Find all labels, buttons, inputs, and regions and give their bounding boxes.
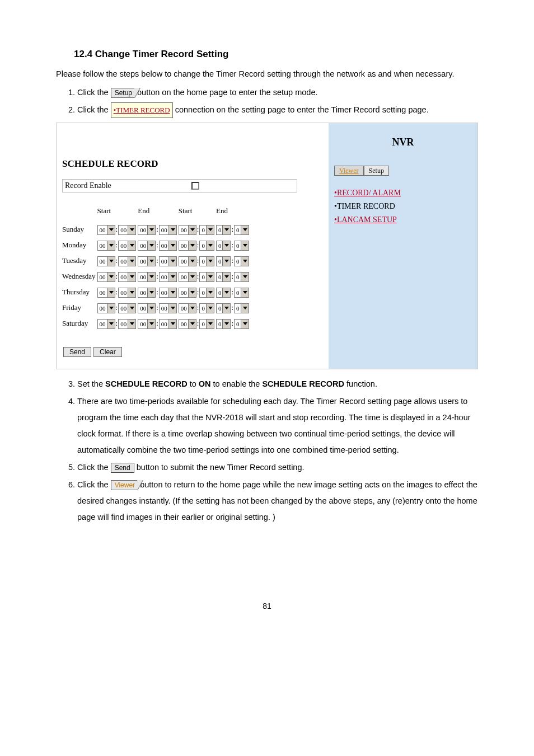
time-select[interactable]: 00 (159, 319, 177, 329)
time-select[interactable]: 00 (159, 225, 177, 235)
clear-button[interactable]: Clear (93, 347, 122, 357)
time-select[interactable]: 0 (199, 241, 214, 251)
time-select[interactable]: 00 (138, 272, 156, 282)
chevron-down-icon (147, 241, 155, 250)
step-4: There are two time-periods available for… (77, 393, 478, 458)
time-select[interactable]: 00 (159, 303, 177, 313)
time-select[interactable]: 00 (179, 303, 196, 313)
day-label: Monday (62, 237, 97, 253)
time-select[interactable]: 00 (179, 225, 196, 235)
time-select[interactable]: 0 (199, 303, 214, 313)
chevron-down-icon (147, 226, 155, 234)
time-select[interactable]: 00 (179, 272, 196, 282)
step-2: Click the •TIMER RECORD connection on th… (77, 102, 478, 118)
time-select[interactable]: 0 (216, 288, 231, 298)
time-select[interactable]: 00 (159, 288, 177, 298)
time-select[interactable]: 00 (138, 241, 156, 251)
time-select[interactable]: 0 (216, 319, 231, 329)
time-select[interactable]: 00 (138, 319, 156, 329)
chevron-down-icon (206, 304, 214, 313)
chevron-down-icon (222, 320, 230, 328)
time-select[interactable]: 0 (234, 288, 249, 298)
time-select[interactable]: 00 (118, 241, 136, 251)
link-record-alarm[interactable]: •RECORD/ ALARM (334, 186, 472, 200)
time-select[interactable]: 0 (216, 241, 231, 251)
chevron-down-icon (206, 320, 214, 328)
time-select[interactable]: 00 (97, 303, 115, 313)
chevron-down-icon (147, 320, 155, 328)
chevron-down-icon (128, 288, 135, 297)
time-select[interactable]: 0 (199, 272, 214, 282)
time-select[interactable]: 0 (234, 256, 249, 266)
step3-f: SCHEDULE RECORD (262, 379, 344, 388)
time-select[interactable]: 00 (138, 256, 156, 266)
time-select[interactable]: 0 (199, 225, 214, 235)
time-select[interactable]: 0 (234, 241, 249, 251)
nvr-title: NVR (334, 132, 472, 152)
time-select[interactable]: 00 (118, 303, 136, 313)
time-select[interactable]: 00 (118, 272, 136, 282)
time-select[interactable]: 00 (159, 272, 177, 282)
record-enable-checkbox[interactable] (191, 182, 199, 190)
time-select[interactable]: 00 (97, 225, 115, 235)
table-row: Saturday00:0000:0000:00:0 (62, 316, 251, 331)
side-links: •RECORD/ ALARM •TIMER RECORD •LANCAM SET… (334, 186, 472, 226)
send-button[interactable]: Send (63, 347, 91, 357)
day-label: Tuesday (62, 253, 97, 269)
chevron-down-icon (241, 320, 249, 328)
time-select[interactable]: 00 (97, 272, 115, 282)
day-label: Friday (62, 300, 97, 316)
chevron-down-icon (107, 257, 115, 266)
tab-viewer[interactable]: Viewer (334, 166, 364, 176)
chevron-down-icon (128, 273, 135, 281)
time-select[interactable]: 0 (216, 256, 231, 266)
time-select[interactable]: 00 (118, 319, 136, 329)
link-lancam-setup[interactable]: •LANCAM SETUP (334, 213, 472, 227)
time-select[interactable]: 00 (97, 256, 115, 266)
col-start-1: Start (97, 204, 138, 222)
time-select[interactable]: 00 (97, 241, 115, 251)
time-select[interactable]: 0 (216, 272, 231, 282)
time-select[interactable]: 00 (179, 241, 196, 251)
time-select[interactable]: 0 (234, 225, 249, 235)
col-end-1: End (138, 204, 179, 222)
time-select[interactable]: 00 (118, 288, 136, 298)
chevron-down-icon (147, 273, 155, 281)
time-select[interactable]: 0 (199, 288, 214, 298)
step5-b: button to submit the new Timer Record se… (137, 463, 305, 472)
time-select[interactable]: 00 (118, 256, 136, 266)
chevron-down-icon (168, 257, 176, 266)
time-select[interactable]: 00 (179, 288, 196, 298)
chevron-down-icon (168, 226, 176, 234)
time-select[interactable]: 00 (138, 288, 156, 298)
time-select[interactable]: 00 (138, 225, 156, 235)
time-select[interactable]: 00 (159, 256, 177, 266)
chevron-down-icon (147, 257, 155, 266)
step1-text-a: Click the (77, 88, 111, 97)
tab-setup[interactable]: Setup (364, 166, 389, 176)
time-select[interactable]: 0 (234, 319, 249, 329)
time-select[interactable]: 00 (97, 319, 115, 329)
time-select[interactable]: 0 (216, 225, 231, 235)
chevron-down-icon (168, 304, 176, 313)
time-select[interactable]: 0 (234, 272, 249, 282)
time-select[interactable]: 0 (199, 319, 214, 329)
time-select[interactable]: 00 (97, 288, 115, 298)
time-select[interactable]: 00 (179, 256, 196, 266)
time-select[interactable]: 00 (138, 303, 156, 313)
table-row: Tuesday00:0000:0000:00:0 (62, 253, 251, 269)
time-select[interactable]: 0 (199, 256, 214, 266)
time-select[interactable]: 0 (216, 303, 231, 313)
day-label: Thursday (62, 284, 97, 300)
chevron-down-icon (188, 257, 196, 266)
time-select[interactable]: 00 (159, 241, 177, 251)
chevron-down-icon (107, 320, 115, 328)
viewer-tab-icon: Viewer (111, 480, 138, 490)
schedule-record-title: SCHEDULE RECORD (62, 154, 325, 173)
time-select[interactable]: 00 (118, 225, 136, 235)
step2-text-b: connection on the setting page to enter … (175, 105, 429, 114)
chevron-down-icon (241, 241, 249, 250)
time-select[interactable]: 00 (179, 319, 196, 329)
intro-paragraph: Please follow the steps below to change … (56, 66, 478, 82)
time-select[interactable]: 0 (234, 303, 249, 313)
